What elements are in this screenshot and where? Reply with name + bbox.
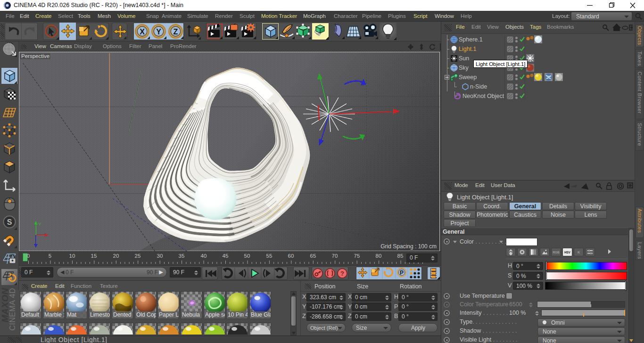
svg-text:Z: Z [173,28,178,36]
svg-text:Y: Y [38,222,41,227]
svg-text:Y: Y [156,28,161,36]
svg-text:S: S [7,218,12,226]
svg-text:?: ? [340,270,344,277]
svg-text:X: X [140,28,145,36]
svg-text:RGB: RGB [553,251,560,254]
svg-text:K: K [578,250,580,254]
svg-text:P: P [400,270,404,276]
svg-text:HSV: HSV [564,251,571,254]
